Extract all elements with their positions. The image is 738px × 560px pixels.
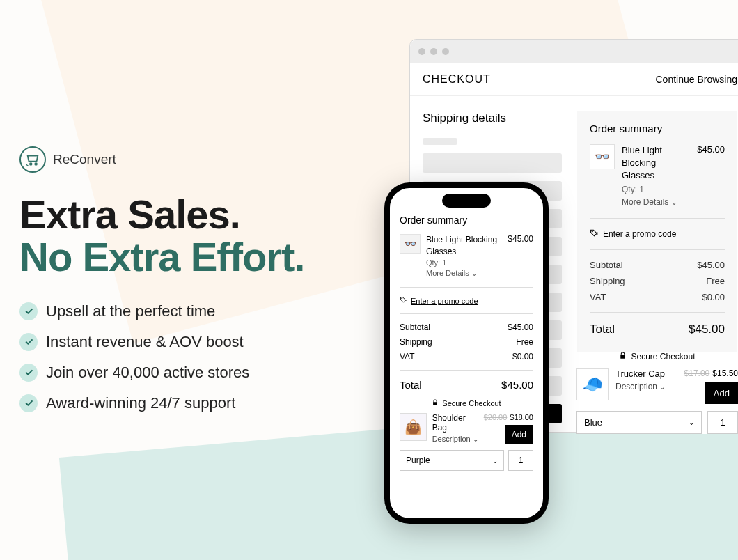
lock-icon	[432, 399, 439, 407]
product-price: $45.00	[508, 234, 533, 244]
check-icon	[19, 364, 38, 382]
feature-text: Join over 40,000 active stores	[46, 364, 249, 382]
secure-checkout-label: Secure Checkout	[400, 399, 533, 407]
chevron-down-icon: ⌄	[492, 457, 498, 465]
upsell-product: 🧢 Trucker Cap Description ⌄ $17.00$15.50…	[576, 368, 738, 404]
order-summary-title: Order summary	[590, 123, 725, 134]
feature-item: Instant revenue & AOV boost	[19, 333, 382, 351]
divider	[590, 218, 725, 219]
svg-point-1	[35, 163, 37, 165]
chevron-down-icon: ⌄	[671, 198, 677, 208]
vat-row: VAT $0.00	[400, 352, 533, 361]
skeleton-placeholder	[423, 138, 457, 145]
feature-text: Upsell at the perfect time	[46, 302, 215, 320]
subtotal-row: Subtotal $45.00	[590, 260, 725, 270]
chevron-down-icon: ⌄	[689, 419, 694, 426]
svg-point-0	[30, 163, 32, 165]
brand-logo: ReConvert	[19, 146, 382, 173]
upsell-new-price: $18.00	[510, 413, 533, 421]
quantity-input[interactable]: 1	[508, 450, 533, 471]
divider	[400, 287, 533, 288]
chevron-down-icon: ⌄	[471, 269, 477, 279]
tag-icon	[590, 228, 599, 240]
chevron-down-icon: ⌄	[659, 383, 665, 391]
feature-item: Upsell at the perfect time	[19, 302, 382, 320]
marketing-panel: ReConvert Extra Sales. No Extra Effort. …	[19, 146, 382, 425]
quantity-input[interactable]: 1	[707, 411, 738, 434]
promo-code-link: Enter a promo code	[411, 297, 478, 305]
headline: Extra Sales. No Extra Effort.	[19, 194, 382, 279]
total-row: Total $45.00	[590, 322, 725, 336]
promo-code-row[interactable]: Enter a promo code	[400, 296, 533, 305]
upsell-description-toggle[interactable]: Description ⌄	[615, 382, 677, 391]
checkout-header: CHECKOUT Continue Browsing	[410, 63, 738, 96]
shipping-row: Shipping Free	[590, 276, 725, 286]
product-qty: Qty: 1	[622, 184, 690, 196]
shipping-title: Shipping details	[423, 111, 562, 125]
browser-chrome	[410, 40, 738, 63]
order-line-item: 👓 Blue Light Blocking Glasses Qty: 1 Mor…	[590, 144, 725, 208]
traffic-light-icon	[418, 48, 425, 55]
subtotal-row: Subtotal $45.00	[400, 322, 533, 332]
product-name: Blue Light Blocking Glasses	[426, 234, 502, 258]
traffic-light-icon	[442, 48, 449, 55]
divider	[590, 249, 725, 250]
vat-row: VAT $0.00	[590, 292, 725, 302]
promo-code-row[interactable]: Enter a promo code	[590, 228, 725, 240]
headline-line-2: No Extra Effort.	[19, 236, 382, 279]
checkout-title: CHECKOUT	[423, 73, 491, 86]
feature-text: Award-winning 24/7 support	[46, 394, 235, 412]
feature-text: Instant revenue & AOV boost	[46, 333, 244, 351]
product-price: $45.00	[697, 144, 725, 155]
feature-item: Join over 40,000 active stores	[19, 364, 382, 382]
svg-point-3	[402, 299, 402, 300]
product-name: Blue Light Blocking Glasses	[622, 144, 690, 182]
lock-icon	[619, 352, 627, 361]
shipping-row: Shipping Free	[400, 337, 533, 347]
upsell-product: 👜 Shoulder Bag Description ⌄ $20.00$18.0…	[400, 413, 533, 444]
feature-item: Award-winning 24/7 support	[19, 394, 382, 412]
product-qty: Qty: 1	[426, 258, 502, 268]
order-summary-title: Order summary	[400, 215, 533, 226]
variant-select[interactable]: Purple ⌄	[400, 450, 504, 471]
upsell-old-price: $20.00	[484, 413, 508, 421]
divider	[590, 312, 725, 313]
bag-icon: 👜	[400, 413, 427, 441]
traffic-light-icon	[430, 48, 437, 55]
add-button[interactable]: Add	[705, 382, 738, 404]
phone-mockup: Order summary 👓 Blue Light Blocking Glas…	[384, 182, 549, 524]
total-row: Total $45.00	[400, 379, 533, 391]
upsell-description-toggle[interactable]: Description ⌄	[432, 435, 478, 443]
upsell-product-name: Shoulder Bag	[432, 413, 478, 433]
upsell-old-price: $17.00	[684, 368, 710, 378]
upsell-product-name: Trucker Cap	[615, 368, 677, 379]
glasses-icon: 👓	[590, 144, 615, 169]
more-details-toggle[interactable]: More Details ⌄	[622, 196, 690, 208]
brand-name: ReConvert	[53, 152, 116, 167]
check-icon	[19, 333, 38, 351]
feature-list: Upsell at the perfect time Instant reven…	[19, 302, 382, 412]
promo-code-link: Enter a promo code	[603, 229, 676, 239]
continue-browsing-link[interactable]: Continue Browsing	[655, 74, 737, 85]
skeleton-placeholder	[423, 153, 562, 173]
check-icon	[19, 302, 38, 320]
add-button[interactable]: Add	[505, 425, 533, 444]
check-icon	[19, 394, 38, 412]
upsell-new-price: $15.50	[712, 368, 738, 378]
order-line-item: 👓 Blue Light Blocking Glasses Qty: 1 Mor…	[400, 234, 533, 279]
divider	[400, 313, 533, 314]
upsell-widget-desktop: Secure Checkout 🧢 Trucker Cap Descriptio…	[576, 352, 738, 434]
cap-icon: 🧢	[576, 368, 609, 400]
variant-select[interactable]: Blue ⌄	[576, 411, 702, 434]
tag-icon	[400, 296, 407, 305]
secure-checkout-label: Secure Checkout	[576, 352, 738, 361]
headline-line-1: Extra Sales.	[19, 194, 382, 236]
glasses-icon: 👓	[400, 234, 421, 254]
divider	[400, 370, 533, 371]
phone-notch	[442, 194, 491, 208]
chevron-down-icon: ⌄	[473, 435, 478, 443]
svg-point-2	[592, 231, 592, 232]
cart-icon	[19, 146, 46, 173]
more-details-toggle[interactable]: More Details ⌄	[426, 268, 502, 279]
